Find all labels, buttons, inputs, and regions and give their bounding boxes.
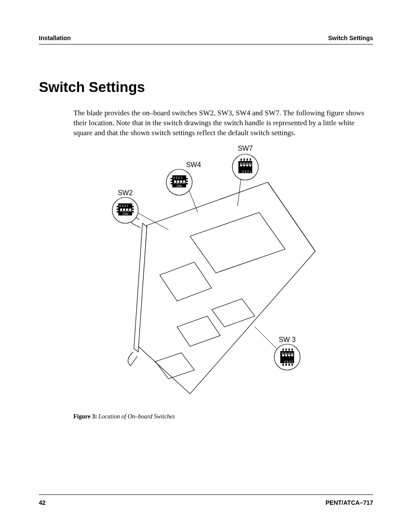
- switch-sw7-callout: ON 4 3 2 1: [232, 154, 258, 180]
- board-diagram: ON 4 3 2 1: [82, 146, 324, 409]
- svg-rect-36: [186, 180, 188, 182]
- svg-rect-17: [244, 158, 245, 161]
- svg-rect-16: [241, 158, 242, 161]
- svg-rect-54: [132, 209, 134, 210]
- body-paragraph: The blade provides the on–board switches…: [73, 108, 369, 138]
- section-title: Switch Settings: [39, 79, 373, 95]
- svg-rect-11: [244, 163, 245, 165]
- svg-text:ON: ON: [123, 212, 128, 216]
- svg-rect-29: [184, 183, 185, 184]
- svg-rect-32: [171, 178, 172, 179]
- svg-rect-26: [174, 183, 176, 184]
- svg-rect-75: [292, 364, 293, 366]
- figure-caption-text: Location of On–board Switches: [98, 413, 175, 420]
- figure-caption: Figure 3: Location of On–board Switches: [73, 413, 333, 420]
- svg-text:4 3 2 1: 4 3 2 1: [284, 360, 294, 363]
- svg-rect-63: [285, 353, 287, 355]
- page-number: 42: [39, 499, 46, 506]
- svg-rect-64: [288, 353, 290, 355]
- svg-rect-53: [132, 206, 134, 207]
- svg-rect-70: [288, 348, 290, 351]
- svg-rect-68: [282, 348, 284, 351]
- header-left: Installation: [39, 35, 71, 41]
- svg-rect-69: [285, 348, 287, 351]
- figure: ON 4 3 2 1: [73, 146, 333, 420]
- svg-rect-73: [285, 364, 287, 366]
- header-right: Switch Settings: [328, 35, 373, 41]
- svg-rect-33: [171, 180, 172, 182]
- svg-rect-34: [171, 183, 172, 184]
- svg-rect-12: [247, 163, 248, 165]
- svg-rect-65: [292, 353, 293, 355]
- label-sw4: SW4: [186, 161, 201, 168]
- svg-rect-74: [288, 364, 290, 366]
- svg-rect-13: [250, 163, 251, 165]
- svg-text:ON: ON: [276, 355, 280, 361]
- label-sw7: SW7: [238, 146, 253, 152]
- svg-rect-47: [130, 211, 131, 212]
- switch-sw4-callout: 4 3 2 1 ON: [166, 169, 192, 195]
- svg-rect-10: [241, 163, 242, 165]
- svg-rect-18: [247, 158, 248, 161]
- label-sw2: SW2: [118, 189, 133, 196]
- svg-rect-37: [186, 183, 188, 184]
- svg-rect-50: [117, 206, 118, 207]
- svg-rect-19: [250, 158, 251, 161]
- svg-rect-55: [132, 211, 134, 212]
- footer-doc-id: PENT/ATCA–717: [326, 499, 373, 506]
- svg-text:4 3 2 1: 4 3 2 1: [119, 204, 129, 207]
- svg-rect-72: [282, 364, 284, 366]
- svg-text:ON: ON: [235, 165, 238, 171]
- svg-rect-52: [117, 211, 118, 212]
- page: Installation Switch Settings Switch Sett…: [0, 0, 412, 532]
- running-header: Installation Switch Settings: [39, 35, 373, 44]
- svg-rect-51: [117, 209, 118, 210]
- footer: 42 PENT/ATCA–717: [39, 494, 373, 506]
- svg-text:4 3 2 1: 4 3 2 1: [242, 170, 252, 173]
- svg-rect-35: [186, 178, 188, 179]
- svg-rect-62: [282, 353, 284, 355]
- svg-text:ON: ON: [177, 184, 182, 188]
- svg-text:4 3 2 1: 4 3 2 1: [173, 176, 183, 179]
- svg-rect-71: [292, 348, 293, 351]
- label-sw3: SW 3: [279, 336, 295, 343]
- svg-rect-44: [120, 211, 122, 212]
- switch-sw3-callout: ON 4 3 2 1: [274, 344, 300, 370]
- figure-caption-label: Figure 3:: [73, 413, 97, 420]
- switch-sw2-callout: 4 3 2 1 ON: [112, 197, 138, 223]
